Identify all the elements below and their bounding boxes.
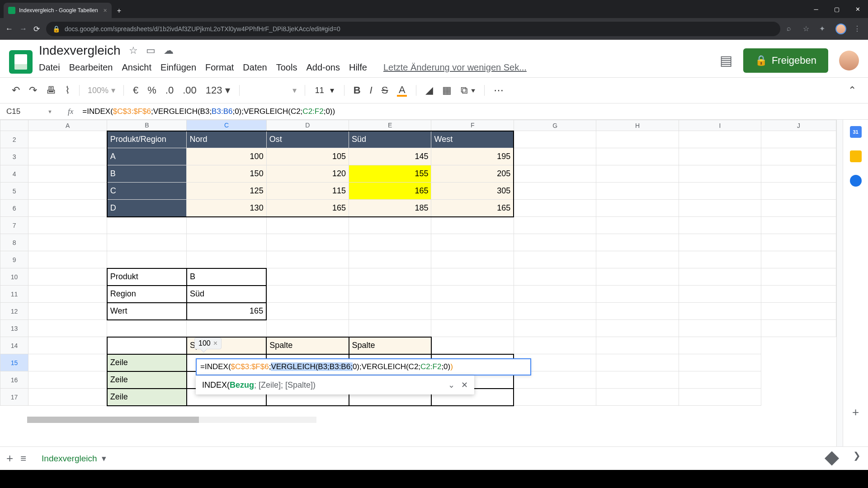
undo-icon[interactable]: ↶ [8,82,24,99]
row-header[interactable]: 12 [0,303,28,320]
menu-ansicht[interactable]: Ansicht [122,62,151,73]
share-button[interactable]: 🔒 Freigeben [743,48,828,73]
col-header-h[interactable]: H [596,120,679,131]
keep-icon[interactable] [850,150,862,162]
redo-icon[interactable]: ↷ [25,82,41,99]
fill-color-icon[interactable]: ◢ [422,82,437,99]
menu-hilfe[interactable]: Hilfe [349,62,367,73]
spreadsheet-grid[interactable]: A B C D E F G H I J 2 Produkt/Region Nor… [0,120,836,446]
menu-bearbeiten[interactable]: Bearbeiten [69,62,113,73]
chrome-menu-icon[interactable]: ⋮ [854,24,863,33]
nav-reload-icon[interactable]: ⟳ [33,24,40,34]
menu-daten[interactable]: Daten [243,62,267,73]
row-header[interactable]: 10 [0,268,28,286]
calendar-icon[interactable] [850,126,862,138]
collapse-toolbar-icon[interactable]: ⌃ [844,82,860,99]
strike-icon[interactable]: S [378,82,392,99]
row-header[interactable]: 14 [0,337,28,354]
move-icon[interactable]: ▭ [146,45,156,56]
col-header-e[interactable]: E [349,120,431,131]
cell-editor[interactable]: =INDEX($C$3:$F$6;VERGLEICH(B3;B3:B6;0);V… [196,358,531,375]
menu-format[interactable]: Format [205,62,234,73]
row-header[interactable]: 17 [0,389,28,406]
row-header[interactable]: 15 [0,354,28,371]
bookmark-star-icon[interactable]: ☆ [803,24,812,33]
tasks-icon[interactable] [850,175,862,187]
zoom-search-icon[interactable]: ⌕ [787,24,796,33]
font-size-dropdown[interactable]: 11 ▾ [311,85,339,95]
paint-format-icon[interactable]: ⌇ [61,82,74,99]
row-header[interactable]: 5 [0,183,28,200]
col-header-f[interactable]: F [431,120,514,131]
currency-icon[interactable]: € [129,82,142,99]
row-header[interactable]: 3 [0,148,28,165]
col-header-d[interactable]: D [266,120,349,131]
menu-einfuegen[interactable]: Einfügen [160,62,196,73]
explore-icon[interactable] [825,451,839,466]
font-family-dropdown[interactable]: ▾ [245,85,299,95]
bold-icon[interactable]: B [350,82,364,99]
col-header-b[interactable]: B [107,120,187,131]
row-header[interactable]: 7 [0,217,28,234]
col-header-a[interactable]: A [28,120,107,131]
increase-decimal-icon[interactable]: .00 [179,82,200,99]
col-header-i[interactable]: I [679,120,761,131]
row-header[interactable]: 4 [0,165,28,183]
profile-avatar-small[interactable] [835,23,846,34]
decrease-decimal-icon[interactable]: .0 [162,82,177,99]
merge-icon[interactable]: ⧉ ▾ [457,82,478,99]
window-close[interactable]: ✕ [847,0,868,18]
row-header[interactable]: 13 [0,320,28,337]
new-tab-button[interactable]: + [117,7,121,15]
chevron-down-icon[interactable]: ▾ [102,453,106,464]
select-all-corner[interactable] [0,120,28,131]
vertical-scrollbar[interactable] [836,120,843,446]
account-avatar[interactable] [839,51,859,70]
row-header[interactable]: 8 [0,234,28,251]
percent-icon[interactable]: % [144,82,160,99]
window-maximize[interactable]: ▢ [826,0,847,18]
nav-back-icon[interactable]: ← [5,24,13,33]
add-sheet-icon[interactable]: + [6,451,13,465]
more-icon[interactable]: ⋯ [490,82,507,99]
chevron-down-icon[interactable]: ⌄ [448,380,455,390]
star-icon[interactable]: ☆ [129,45,138,56]
col-header-g[interactable]: G [514,120,596,131]
row-header[interactable]: 16 [0,371,28,389]
last-edit-link[interactable]: Letzte Änderung vor wenigen Sek... [383,62,527,73]
doc-title[interactable]: Indexvergleich [39,43,121,58]
nav-forward-icon[interactable]: → [19,24,27,33]
sheets-logo-icon[interactable] [9,50,33,74]
row-header[interactable]: 11 [0,286,28,303]
chevron-right-icon[interactable]: ❯ [853,450,861,461]
browser-tab[interactable]: Indexvergleich - Google Tabellen × [4,3,112,18]
formula-input[interactable]: =INDEX($C$3:$F$6;VERGLEICH(B3;B3:B6;0);V… [82,107,868,116]
text-color-icon[interactable]: A [393,81,410,99]
close-icon[interactable]: ✕ [461,380,468,390]
close-icon[interactable]: × [213,339,217,347]
extensions-icon[interactable]: ✦ [819,24,828,33]
menu-datei[interactable]: Datei [39,62,60,73]
all-sheets-icon[interactable]: ≡ [20,453,26,465]
col-header-c[interactable]: C [187,120,266,131]
comments-icon[interactable]: ▤ [720,52,732,68]
italic-icon[interactable]: I [366,82,376,99]
tab-close-icon[interactable]: × [104,7,107,14]
window-minimize[interactable]: ─ [806,0,826,18]
cloud-status-icon[interactable]: ☁ [164,45,174,56]
menu-addons[interactable]: Add-ons [306,62,340,73]
name-box[interactable]: C15▼ [0,107,59,116]
col-header-j[interactable]: J [761,120,836,131]
row-header[interactable]: 9 [0,251,28,268]
print-icon[interactable]: 🖶 [42,82,60,99]
row-header[interactable]: 6 [0,200,28,217]
borders-icon[interactable]: ▦ [439,82,455,99]
horizontal-scrollbar[interactable] [27,417,316,423]
menu-tools[interactable]: Tools [276,62,297,73]
row-header[interactable]: 2 [0,131,28,148]
add-addon-icon[interactable]: + [852,405,859,419]
more-formats[interactable]: 123 ▾ [202,82,234,99]
zoom-dropdown[interactable]: 100% ▾ [85,85,118,95]
sheet-tab[interactable]: Indexvergleich▾ [33,449,114,468]
url-field[interactable]: 🔒 docs.google.com/spreadsheets/d/1b2ivdA… [46,22,780,36]
